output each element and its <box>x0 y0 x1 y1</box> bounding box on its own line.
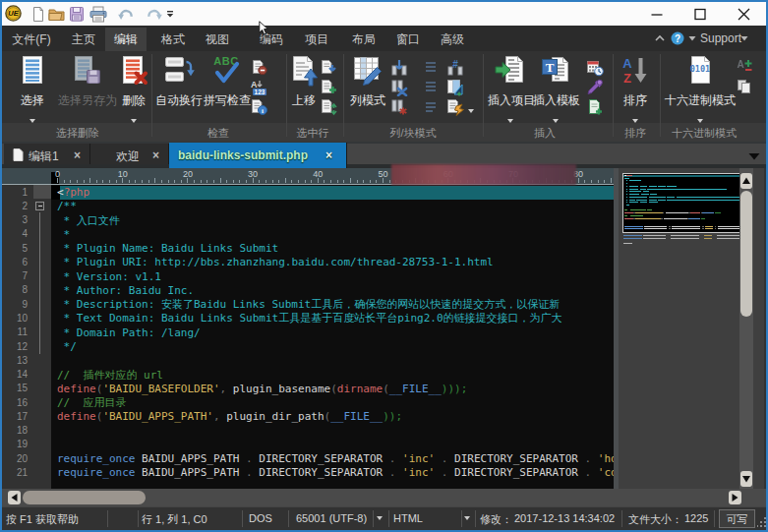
line-number: 9 <box>22 299 28 310</box>
code-editor[interactable]: <?php/** * 入口文件 * * Plugin Name: Baidu L… <box>2 185 614 489</box>
doc-tab-welcome[interactable]: 欢迎 × <box>90 144 169 164</box>
word-wrap-button[interactable]: 自动换行 <box>154 55 204 109</box>
document-map-scrollbar-thumb[interactable] <box>740 191 752 317</box>
status-divider <box>242 510 243 527</box>
syntax-dropdown-icon[interactable] <box>464 516 470 520</box>
scroll-right-button[interactable] <box>729 491 741 504</box>
reindex-lines-icon[interactable]: A 123 <box>250 79 267 96</box>
close-tab-icon[interactable]: × <box>74 148 81 162</box>
status-divider <box>107 510 108 527</box>
doc-tab-baidu-links-submit[interactable]: baidu-links-submit.php × <box>169 143 347 168</box>
menu-tab-file[interactable]: 文件(F) <box>10 30 53 49</box>
code-line: // 应用目录 <box>57 396 127 410</box>
document-icon <box>13 148 24 161</box>
scroll-left-button[interactable] <box>8 491 21 504</box>
scroll-up-button[interactable] <box>740 173 752 189</box>
line-number: 16 <box>17 397 28 408</box>
help-icon[interactable]: ? <box>671 31 684 45</box>
close-button[interactable] <box>727 2 760 26</box>
code-line: require_once BAIDU_APPS_PATH . DIRECTORY… <box>57 466 614 480</box>
menu-tab-layout[interactable]: 布局 <box>345 30 383 49</box>
hex-mode-button[interactable]: 0101 十六进制模式 <box>663 55 738 127</box>
select-button[interactable]: 选择 <box>10 55 55 127</box>
sum-column-icon[interactable] <box>446 79 464 96</box>
support-dropdown-icon[interactable] <box>740 35 748 41</box>
delete-column-icon[interactable] <box>390 79 408 96</box>
code-line: * Description: 安装了Baidu Links Submit工具后，… <box>57 298 560 312</box>
open-folder-icon[interactable] <box>48 6 65 23</box>
print-icon[interactable] <box>89 6 108 23</box>
menu-tab-window[interactable]: 窗口 <box>389 30 427 49</box>
group-label-insert: 插入 <box>534 126 556 141</box>
collapse-ribbon-icon[interactable] <box>655 34 665 42</box>
insert-column-icon[interactable] <box>390 59 408 77</box>
select-dropdown-icon <box>30 119 35 123</box>
close-tab-icon[interactable]: × <box>152 148 159 162</box>
line-number: 17 <box>17 411 28 422</box>
fold-marker[interactable] <box>35 202 44 210</box>
line-number-gutter: 123456789101112131415161718192021 <box>2 185 51 489</box>
spell-check-button[interactable]: ABC 拼写检查 <box>204 55 249 109</box>
cut-column-icon[interactable] <box>390 98 408 116</box>
menu-tab-advanced[interactable]: 高级 <box>434 30 471 49</box>
menu-tab-format[interactable]: 格式 <box>154 30 192 49</box>
menu-tab-home[interactable]: 主页 <box>65 30 102 49</box>
delete-button[interactable]: 删除 <box>116 55 151 127</box>
status-line-ending[interactable]: DOS <box>249 512 272 524</box>
line-number: 7 <box>22 270 28 281</box>
redo-icon[interactable] <box>146 6 163 23</box>
mouse-cursor <box>257 21 268 36</box>
ribbon-button-label: 上移 <box>287 92 321 109</box>
minimize-button[interactable] <box>640 2 674 26</box>
status-syntax[interactable]: HTML <box>393 512 423 524</box>
sort-button[interactable]: A Z 排序 <box>617 55 654 127</box>
status-cursor-position[interactable]: 行 1, 列 1, C0 <box>142 512 207 527</box>
insert-datetime-icon[interactable] <box>586 59 604 77</box>
doc-tab-edit1[interactable]: 编辑1 × <box>4 144 90 164</box>
insert-item-button[interactable]: 插入项目 <box>488 55 533 127</box>
support-menu[interactable]: Support <box>700 31 741 45</box>
hex-insert-icon[interactable]: A <box>736 57 753 75</box>
maximize-button[interactable] <box>683 2 717 26</box>
menu-tab-project[interactable]: 项目 <box>298 30 335 49</box>
insert-file-icon[interactable] <box>586 98 604 116</box>
code-line: define('BAIDU_BASEFOLDER', plugin_basena… <box>57 383 467 396</box>
status-writable-badge[interactable]: 可写 <box>719 509 755 528</box>
scroll-down-button[interactable] <box>740 471 752 487</box>
insert-template-button[interactable]: T 插入模板 <box>533 55 578 127</box>
fill-column-icon-disabled[interactable] <box>422 79 440 96</box>
undo-icon[interactable] <box>117 6 135 23</box>
new-file-icon[interactable] <box>30 6 46 23</box>
move-line-down-icon[interactable] <box>320 59 337 77</box>
convert-columns-icon[interactable] <box>446 98 464 116</box>
encoding-dropdown-icon[interactable] <box>377 516 383 520</box>
hex-mode-icon: 0101 <box>685 55 715 87</box>
help-dropdown-icon[interactable] <box>688 35 696 41</box>
insert-number-icon[interactable]: # <box>446 59 464 77</box>
insert-color-icon[interactable] <box>586 79 604 96</box>
line-info-icon[interactable]: i <box>250 98 267 116</box>
menu-tab-view[interactable]: 视图 <box>199 30 236 49</box>
tab-list-dropdown-icon[interactable] <box>748 152 760 160</box>
justify-column-icon-disabled[interactable] <box>422 98 440 116</box>
column-mode-button[interactable]: 列模式 <box>346 55 389 109</box>
group-label-hex-mode: 十六进制模式 <box>672 126 737 141</box>
save-selection-as-button[interactable]: 选择另存为 <box>58 55 115 109</box>
code-line: define('BAIDU_APPS_PATH', plugin_dir_pat… <box>57 410 402 424</box>
delete-duplicate-lines-icon[interactable] <box>250 59 267 77</box>
close-tab-icon[interactable]: × <box>325 148 332 162</box>
ribbon-button-label: 列模式 <box>346 92 389 109</box>
move-line-up-button[interactable]: 上移 <box>287 55 321 109</box>
status-encoding[interactable]: 65001 (UTF-8) <box>296 512 367 524</box>
insert-lines-icon-disabled[interactable] <box>422 59 440 77</box>
horizontal-scrollbar[interactable] <box>2 489 766 506</box>
window-border-top <box>0 0 768 2</box>
swap-lines-icon[interactable] <box>320 98 337 116</box>
hex-copy-icon[interactable] <box>736 78 753 95</box>
menu-tab-edit[interactable]: 编辑 <box>105 28 147 51</box>
qat-customize-dropdown-icon[interactable] <box>166 11 174 19</box>
duplicate-line-icon[interactable] <box>320 79 337 96</box>
save-icon[interactable] <box>69 6 85 23</box>
horizontal-scrollbar-thumb[interactable] <box>23 491 146 504</box>
line-number: 18 <box>17 425 28 436</box>
